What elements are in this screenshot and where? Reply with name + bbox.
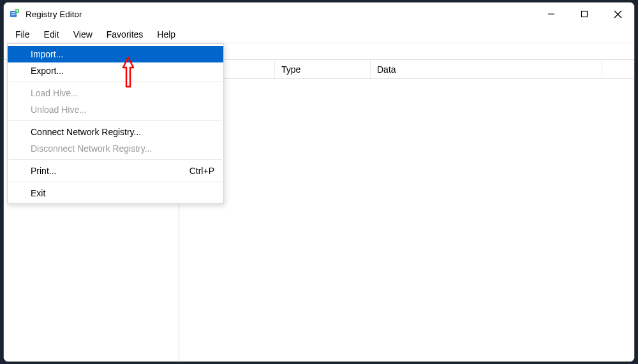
menu-favorites[interactable]: Favorites [100, 27, 150, 41]
window-controls [535, 3, 634, 25]
menu-exit[interactable]: Exit [8, 185, 223, 201]
menubar: File Edit View Favorites Help [4, 25, 634, 43]
menu-load-hive-label: Load Hive... [31, 88, 78, 98]
list-header: Name Type Data [179, 60, 634, 79]
svg-rect-6 [582, 11, 588, 17]
menu-separator [9, 120, 222, 121]
svg-rect-1 [11, 12, 15, 13]
menu-separator [9, 82, 222, 82]
menu-import-label: Import... [31, 49, 63, 59]
svg-rect-2 [11, 14, 15, 15]
regedit-icon [10, 9, 20, 19]
minimize-button[interactable] [535, 3, 568, 25]
menu-file[interactable]: File [9, 27, 36, 41]
menu-unload-hive-label: Unload Hive... [31, 105, 87, 115]
titlebar: Registry Editor [4, 3, 634, 25]
column-header-type[interactable]: Type [275, 60, 371, 78]
menu-unload-hive: Unload Hive... [8, 101, 223, 118]
list-pane: Name Type Data [179, 60, 634, 361]
menu-print-label: Print... [31, 166, 56, 176]
svg-point-4 [17, 10, 19, 12]
close-button[interactable] [601, 3, 634, 25]
menu-view[interactable]: View [67, 27, 99, 41]
menu-connect-network-registry[interactable]: Connect Network Registry... [8, 124, 223, 140]
menu-export[interactable]: Export... [8, 62, 223, 79]
menu-edit[interactable]: Edit [38, 27, 66, 41]
column-header-data[interactable]: Data [371, 60, 602, 78]
menu-print-shortcut: Ctrl+P [189, 166, 214, 176]
menu-connect-label: Connect Network Registry... [31, 127, 141, 137]
menu-exit-label: Exit [31, 188, 45, 198]
menu-separator [9, 159, 222, 160]
menu-disconnect-network-registry: Disconnect Network Registry... [8, 140, 223, 157]
menu-separator [9, 182, 222, 182]
file-menu-dropdown: Import... Export... Load Hive... Unload … [7, 43, 224, 204]
menu-disconnect-label: Disconnect Network Registry... [31, 143, 152, 154]
menu-help[interactable]: Help [151, 27, 182, 41]
window-title: Registry Editor [26, 10, 82, 19]
maximize-button[interactable] [568, 3, 601, 25]
menu-print[interactable]: Print... Ctrl+P [8, 163, 223, 179]
menu-export-label: Export... [31, 66, 64, 76]
menu-load-hive: Load Hive... [8, 85, 223, 101]
menu-import[interactable]: Import... [8, 46, 223, 62]
